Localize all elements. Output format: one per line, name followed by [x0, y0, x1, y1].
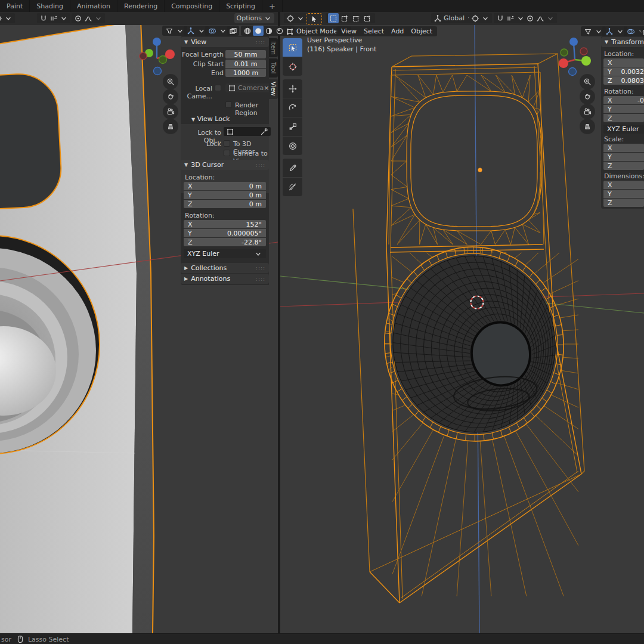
- shading-material-button[interactable]: [264, 26, 274, 36]
- select-mode-intersect[interactable]: [362, 13, 373, 23]
- options-dropdown[interactable]: Options: [234, 13, 274, 23]
- view-panel-title: View: [191, 38, 206, 46]
- camera-view-button[interactable]: [163, 104, 178, 119]
- menu-view[interactable]: View: [338, 27, 360, 35]
- annotations-panel-header[interactable]: ▶ Annotations ::::: [181, 274, 269, 284]
- tool-measure[interactable]: [283, 178, 302, 196]
- loc-y-field[interactable]: Y0.0032: [603, 67, 644, 76]
- tool-3d-cursor[interactable]: [283, 57, 302, 76]
- snapping-group[interactable]: [37, 13, 70, 23]
- dim-x-field[interactable]: X: [603, 181, 644, 189]
- pivot-point-icon: [0, 14, 2, 23]
- panel-drag-dots[interactable]: ::::: [256, 265, 265, 271]
- tool-scale[interactable]: [283, 117, 302, 136]
- right-navigation-gizmo[interactable]: [556, 33, 599, 80]
- zoom-nav-button[interactable]: [580, 74, 595, 89]
- pan-nav-button[interactable]: [580, 89, 595, 104]
- shading-wireframe-button[interactable]: [242, 26, 253, 36]
- workspace-tab-animation[interactable]: Animation: [70, 0, 117, 12]
- rotation-mode-dropdown[interactable]: XYZ Euler: [184, 249, 266, 258]
- sidebar-panel: ▼ View :::: Focal Length 50 mm Clip Star…: [181, 36, 269, 285]
- dim-y-field[interactable]: Y: [603, 190, 644, 198]
- tool-move[interactable]: [283, 79, 302, 98]
- render-region-checkbox[interactable]: [225, 101, 232, 108]
- scale-y-field[interactable]: Y: [603, 153, 644, 161]
- scale-z-field[interactable]: Z: [603, 162, 644, 170]
- right-tool-settings-bar: Global: [280, 12, 644, 26]
- cursor-rot-z-field[interactable]: Z-22.8°: [184, 238, 266, 246]
- cursor-loc-y-field[interactable]: Y0 m: [184, 191, 266, 199]
- panel-drag-dots[interactable]: ::::: [256, 276, 265, 282]
- shading-solid-button[interactable]: [253, 26, 264, 36]
- scale-x-field[interactable]: X: [603, 144, 644, 152]
- camera-object-field[interactable]: Camera ×: [225, 83, 271, 92]
- workspace-tab-paint[interactable]: Paint: [0, 0, 30, 12]
- cursor-panel-header[interactable]: ▼ 3D Cursor ::::: [181, 160, 269, 170]
- rot-z-field[interactable]: Z: [603, 114, 644, 122]
- zoom-nav-button[interactable]: [163, 74, 178, 89]
- tool-transform[interactable]: [283, 137, 302, 155]
- scale-label: Scale:: [604, 135, 624, 143]
- tool-select-box[interactable]: [283, 38, 302, 57]
- camera-view-button[interactable]: [580, 104, 595, 119]
- chevron-down-icon: [254, 250, 262, 258]
- workspace-tab-shading[interactable]: Shading: [30, 0, 70, 12]
- pivot-point-dropdown[interactable]: [0, 13, 15, 23]
- panel-drag-dots[interactable]: ::::: [256, 39, 265, 45]
- left-overlays-dropdown[interactable]: [205, 26, 230, 36]
- dim-z-field[interactable]: Z: [603, 199, 644, 207]
- tool-rotate[interactable]: [283, 98, 302, 117]
- workspace-tab-compositing[interactable]: Compositing: [165, 0, 219, 12]
- add-workspace-button[interactable]: +: [262, 0, 283, 12]
- clear-camera-button[interactable]: ×: [264, 84, 269, 92]
- loc-x-field[interactable]: X: [603, 58, 644, 67]
- cursor-loc-z-field[interactable]: Z0 m: [184, 200, 266, 208]
- view-lock-subheader[interactable]: ▼ View Lock: [191, 115, 230, 123]
- menu-add[interactable]: Add: [388, 27, 407, 35]
- rot-x-field[interactable]: X-0: [603, 96, 644, 104]
- editor-divider[interactable]: [278, 12, 280, 633]
- tool-dropdown[interactable]: [284, 13, 307, 23]
- ortho-toggle-button[interactable]: [163, 119, 178, 134]
- active-tool-button[interactable]: [306, 13, 322, 25]
- collections-panel-header[interactable]: ▶ Collections ::::: [181, 263, 269, 273]
- lock-3d-cursor-checkbox[interactable]: [224, 140, 230, 147]
- sidebar-tab-view[interactable]: View: [269, 79, 278, 99]
- select-mode-subtract[interactable]: [351, 13, 361, 23]
- lock-object-field[interactable]: [224, 127, 271, 136]
- cursor-loc-x-field[interactable]: X0 m: [184, 182, 266, 190]
- select-mode-extend[interactable]: [339, 13, 350, 23]
- focal-length-field[interactable]: 50 mm: [225, 50, 266, 58]
- pan-nav-button[interactable]: [163, 89, 178, 104]
- eyedropper-icon[interactable]: [260, 128, 268, 136]
- proportional-editing-group[interactable]: [524, 13, 557, 23]
- status-cursor-hint: sor: [1, 636, 11, 643]
- camera-to-view-checkbox[interactable]: [224, 150, 230, 156]
- sidebar-tab-tool[interactable]: Tool: [269, 58, 278, 78]
- transform-panel-header[interactable]: ▼ Transform: [601, 37, 644, 47]
- right-xray-toggle[interactable]: [640, 26, 644, 36]
- cursor-rot-y-field[interactable]: Y0.000005°: [184, 229, 266, 237]
- panel-drag-dots[interactable]: ::::: [256, 162, 265, 168]
- menu-select[interactable]: Select: [360, 27, 388, 35]
- left-xray-toggle[interactable]: [227, 26, 239, 36]
- local-camera-checkbox[interactable]: [215, 85, 221, 91]
- pivot-point-dropdown[interactable]: [469, 13, 492, 23]
- workspace-tab-rendering[interactable]: Rendering: [117, 0, 165, 12]
- rot-y-field[interactable]: Y: [603, 105, 644, 113]
- cursor-location-label: Location:: [185, 174, 215, 181]
- ortho-toggle-button[interactable]: [580, 119, 595, 134]
- loc-z-field[interactable]: Z0.0803: [603, 76, 644, 85]
- select-mode-new[interactable]: [328, 13, 339, 23]
- tool-annotate[interactable]: [283, 159, 302, 177]
- workspace-tab-scripting[interactable]: Scripting: [219, 0, 262, 12]
- view-panel-header[interactable]: ▼ View ::::: [181, 37, 269, 47]
- clip-start-field[interactable]: 0.01 m: [225, 60, 266, 68]
- cursor-rot-x-field[interactable]: X152°: [184, 220, 266, 228]
- snapping-group[interactable]: [494, 13, 527, 23]
- rotation-mode-dropdown[interactable]: XYZ Euler: [603, 125, 644, 134]
- proportional-editing-group[interactable]: [72, 13, 105, 23]
- sidebar-tab-item[interactable]: Item: [269, 38, 278, 57]
- clip-end-field[interactable]: 1000 m: [225, 69, 266, 77]
- menu-object[interactable]: Object: [407, 27, 436, 35]
